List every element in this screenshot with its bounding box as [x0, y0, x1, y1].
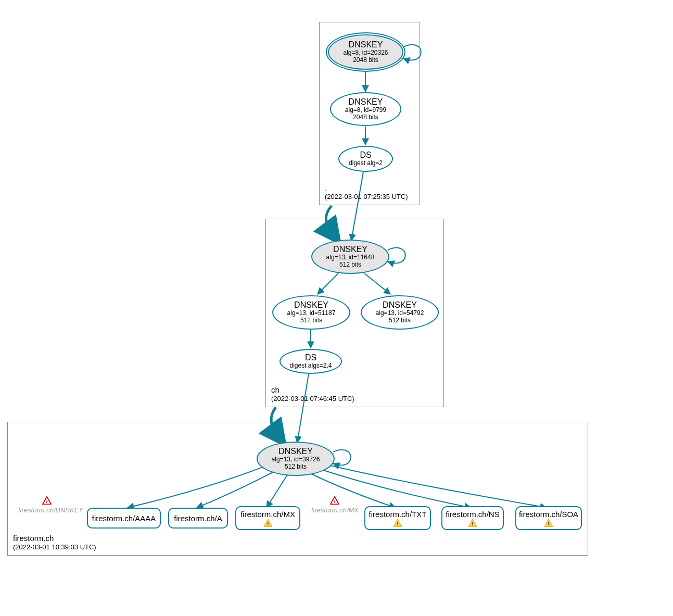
node-ch-ds-l2: digest algs=2,4 — [289, 362, 332, 370]
node-root-ksk-l1: DNSKEY — [349, 40, 383, 49]
node-root-ds: DS digest alg=2 — [338, 146, 393, 172]
ghost-mx-label: firestorm.ch/MX — [311, 506, 359, 514]
node-ch-ksk-l1: DNSKEY — [333, 245, 367, 254]
node-root-zsk: DNSKEY alg=8, id=9799 2048 bits — [330, 92, 401, 126]
record-ns: firestorm.ch/NS ! — [441, 506, 504, 530]
record-ns-label: firestorm.ch/NS — [446, 510, 499, 519]
node-fs-ksk-l1: DNSKEY — [278, 447, 313, 456]
node-root-ds-l2: digest alg=2 — [349, 160, 383, 167]
svg-text:!: ! — [397, 520, 398, 526]
ghost-dnskey-label: firestorm.ch/DNSKEY — [18, 506, 83, 514]
node-ch-ksk: DNSKEY alg=13, id=11648 512 bits — [311, 240, 389, 274]
svg-text:!: ! — [267, 520, 269, 526]
node-ch-ds-l1: DS — [305, 353, 316, 362]
record-aaaa: firestorm.ch/AAAA — [87, 508, 161, 529]
warning-icon: ! — [544, 519, 553, 527]
node-root-ksk: DNSKEY alg=8, id=20326 2048 bits — [328, 34, 403, 70]
node-ch-zsk1: DNSKEY alg=13, id=51187 512 bits — [272, 295, 350, 330]
zone-root-name: . — [325, 183, 408, 193]
zone-firestorm-name: firestorm.ch — [13, 533, 96, 544]
record-mx-label: firestorm.ch/MX — [240, 510, 295, 519]
warning-icon: ! — [468, 519, 477, 527]
svg-text:!: ! — [548, 520, 549, 526]
zone-firestorm-time: (2022-03-01 10:39:03 UTC) — [13, 543, 96, 552]
zone-ch-name: ch — [271, 385, 354, 395]
zone-firestorm-label: firestorm.ch (2022-03-01 10:39:03 UTC) — [13, 533, 96, 552]
node-root-ksk-l2: alg=8, id=20326 — [343, 49, 388, 57]
node-root-zsk-l3: 2048 bits — [353, 114, 378, 121]
node-ch-zsk2-l1: DNSKEY — [383, 300, 417, 310]
record-mx: firestorm.ch/MX ! — [235, 506, 300, 530]
node-root-zsk-l2: alg=8, id=9799 — [345, 107, 386, 114]
error-icon: ! — [42, 496, 52, 505]
record-aaaa-label: firestorm.ch/AAAA — [92, 514, 156, 523]
zone-ch-label: ch (2022-03-01 07:46:45 UTC) — [271, 385, 354, 404]
zone-root-time: (2022-03-01 07:25:35 UTC) — [325, 193, 408, 202]
node-root-zsk-l1: DNSKEY — [349, 97, 383, 107]
node-ch-zsk1-l2: alg=13, id=51187 — [287, 310, 336, 317]
node-fs-ksk-l3: 512 bits — [285, 463, 307, 471]
record-a-label: firestorm.ch/A — [174, 514, 222, 523]
record-soa-label: firestorm.ch/SOA — [519, 510, 578, 519]
svg-text:!: ! — [472, 520, 473, 526]
record-soa: firestorm.ch/SOA ! — [515, 506, 582, 530]
warning-icon: ! — [263, 519, 273, 527]
zone-root-label: . (2022-03-01 07:25:35 UTC) — [325, 183, 408, 202]
ghost-firestorm-dnskey: ! firestorm.ch/DNSKEY — [18, 496, 75, 514]
node-ch-ksk-l2: alg=13, id=11648 — [326, 254, 375, 261]
node-root-ksk-l3: 2048 bits — [353, 57, 378, 64]
node-ch-zsk2-l3: 512 bits — [389, 317, 411, 324]
node-ch-ds: DS digest algs=2,4 — [280, 349, 342, 374]
node-ch-zsk2: DNSKEY alg=13, id=54792 512 bits — [361, 295, 439, 330]
node-ch-zsk1-l3: 512 bits — [300, 317, 322, 324]
zone-ch-time: (2022-03-01 07:46:45 UTC) — [271, 395, 354, 404]
error-icon: ! — [330, 496, 339, 505]
record-a: firestorm.ch/A — [168, 508, 228, 529]
record-txt: firestorm.ch/TXT ! — [364, 506, 431, 530]
node-root-ds-l1: DS — [360, 150, 371, 160]
node-ch-zsk2-l2: alg=13, id=54792 — [376, 310, 424, 317]
warning-icon: ! — [393, 519, 402, 527]
node-fs-ksk-l2: alg=13, id=39726 — [272, 456, 320, 463]
node-ch-zsk1-l1: DNSKEY — [294, 300, 328, 310]
node-firestorm-ksk: DNSKEY alg=13, id=39726 512 bits — [257, 442, 335, 476]
diagram-canvas: . (2022-03-01 07:25:35 UTC) DNSKEY alg=8… — [0, 0, 673, 616]
ghost-firestorm-mx: ! firestorm.ch/MX — [311, 496, 358, 514]
node-ch-ksk-l3: 512 bits — [339, 261, 361, 269]
record-txt-label: firestorm.ch/TXT — [369, 510, 427, 519]
